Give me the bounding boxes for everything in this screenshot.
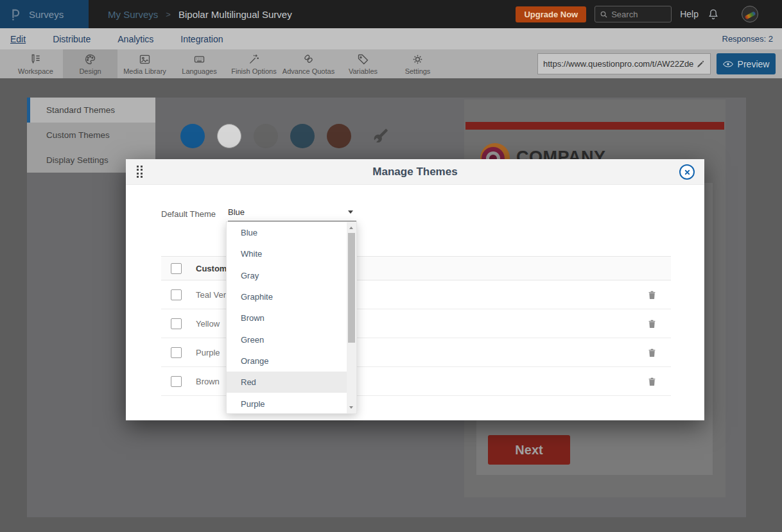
manage-themes-modal: Manage Themes Default Theme Blue Custom … — [126, 159, 704, 420]
theme-swatch-2[interactable] — [254, 124, 278, 148]
close-icon[interactable] — [679, 164, 695, 180]
theme-swatch-3[interactable] — [290, 124, 315, 148]
dropdown-option-orange[interactable]: Orange — [227, 350, 356, 372]
avatar[interactable] — [742, 6, 758, 22]
toolbar-item-label: Workspace — [18, 67, 53, 75]
toolbar-item-advance-quotas[interactable]: Advance Quotas — [281, 49, 336, 78]
theme-swatch-1[interactable] — [217, 124, 241, 148]
delete-trash-icon[interactable] — [647, 348, 657, 357]
palette-icon — [83, 53, 97, 66]
dropdown-option-gray[interactable]: Gray — [227, 265, 356, 286]
help-link[interactable]: Help — [680, 9, 699, 19]
nav-tabs: EditDistributeAnalyticsIntegration — [0, 34, 236, 44]
tab-distribute[interactable]: Distribute — [39, 34, 104, 44]
dropdown-option-white[interactable]: White — [227, 243, 356, 264]
toolbar-item-label: Finish Options — [231, 67, 276, 75]
dropdown-option-purple[interactable]: Purple — [227, 393, 356, 414]
toolbar-item-label: Media Library — [123, 67, 166, 75]
theme-name: Purple — [196, 348, 220, 357]
eye-icon — [723, 60, 733, 68]
responses-count[interactable]: Responses: 2 — [722, 34, 782, 44]
row-checkbox[interactable] — [171, 376, 182, 387]
wand-icon — [247, 53, 261, 66]
row-checkbox[interactable] — [171, 347, 182, 358]
select-all-checkbox[interactable] — [171, 263, 182, 274]
toolbar-item-label: Languages — [182, 67, 216, 75]
delete-trash-icon[interactable] — [647, 290, 657, 300]
delete-trash-icon[interactable] — [647, 319, 657, 329]
theme-name: Yellow — [196, 319, 220, 329]
search-icon — [600, 10, 608, 19]
dropdown-option-brown[interactable]: Brown — [227, 307, 356, 329]
edit-toolbar: WorkspaceDesignMedia LibraryLanguagesFin… — [0, 49, 782, 78]
modal-header: Manage Themes — [126, 159, 704, 185]
theme-swatches — [180, 124, 388, 148]
search-input[interactable] — [611, 10, 663, 19]
breadcrumb: My Surveys > Bipolar Multilingual Survey — [108, 9, 292, 20]
toolbar-item-workspace[interactable]: Workspace — [8, 49, 63, 78]
scroll-up-icon[interactable] — [349, 227, 353, 229]
toolbar-item-label: Advance Quotas — [282, 67, 335, 75]
theme-swatch-0[interactable] — [180, 124, 205, 148]
top-bar: Surveys My Surveys > Bipolar Multilingua… — [0, 0, 782, 28]
default-theme-value: Blue — [228, 207, 245, 217]
search-box[interactable] — [595, 6, 672, 22]
dropdown-scrollbar[interactable] — [347, 222, 356, 413]
tab-integration[interactable]: Integration — [167, 34, 236, 44]
breadcrumb-separator: > — [166, 10, 171, 19]
theme-swatch-4[interactable] — [327, 124, 351, 148]
product-name: Surveys — [29, 9, 64, 20]
row-checkbox[interactable] — [171, 318, 182, 329]
customize-wrench-icon[interactable] — [371, 128, 388, 145]
edit-url-pencil-icon[interactable] — [696, 60, 705, 69]
tab-edit[interactable]: Edit — [0, 34, 39, 44]
toolbar-item-finish-options[interactable]: Finish Options — [227, 49, 281, 78]
link-icon — [302, 53, 315, 66]
breadcrumb-current: Bipolar Multilingual Survey — [178, 9, 292, 20]
toolbar-item-label: Settings — [405, 67, 431, 75]
next-button[interactable]: Next — [488, 435, 570, 465]
drag-handle-icon[interactable] — [137, 166, 143, 178]
toolbar-item-media-library[interactable]: Media Library — [117, 49, 172, 78]
default-theme-select[interactable]: Blue — [228, 203, 356, 221]
scroll-down-icon[interactable] — [349, 406, 353, 409]
dropdown-option-blue[interactable]: Blue — [227, 222, 356, 243]
breadcrumb-parent-link[interactable]: My Surveys — [108, 9, 158, 20]
sidebar-item-standard-themes[interactable]: Standard Themes — [27, 98, 155, 123]
preview-label: Preview — [738, 59, 770, 69]
toolbar-item-settings[interactable]: Settings — [390, 49, 445, 78]
toolbar-item-languages[interactable]: Languages — [172, 49, 227, 78]
modal-title: Manage Themes — [126, 166, 704, 178]
survey-url-input[interactable] — [543, 59, 696, 69]
questionpro-logo-icon — [9, 7, 23, 21]
row-checkbox[interactable] — [171, 289, 182, 300]
delete-trash-icon[interactable] — [647, 377, 657, 386]
upgrade-now-button[interactable]: Upgrade Now — [516, 6, 586, 22]
keyboard-icon — [193, 53, 206, 66]
toolbar-item-label: Design — [79, 67, 101, 75]
preview-theme-bar — [465, 122, 724, 130]
toolbar-item-variables[interactable]: Variables — [336, 49, 390, 78]
dropdown-option-graphite[interactable]: Graphite — [227, 286, 356, 307]
scrollbar-thumb[interactable] — [348, 233, 355, 343]
select-caret-icon — [348, 210, 353, 214]
preview-button[interactable]: Preview — [717, 53, 776, 74]
toolbar-item-design[interactable]: Design — [63, 49, 117, 78]
survey-nav-bar: EditDistributeAnalyticsIntegration Respo… — [0, 28, 782, 49]
theme-name: Brown — [196, 377, 220, 386]
image-icon — [138, 53, 152, 66]
tag-icon — [356, 53, 370, 66]
notifications-bell-icon[interactable] — [707, 8, 720, 21]
dropdown-option-green[interactable]: Green — [227, 329, 356, 350]
sidebar-item-custom-themes[interactable]: Custom Themes — [27, 123, 155, 148]
product-switcher[interactable]: Surveys — [0, 0, 89, 28]
toolbar-item-label: Variables — [349, 67, 378, 75]
theme-dropdown-list: BlueWhiteGrayGraphiteBrownGreenOrangeRed… — [226, 221, 357, 414]
gear-icon — [411, 53, 424, 66]
survey-url-box[interactable] — [537, 53, 711, 74]
dropdown-option-red[interactable]: Red — [227, 372, 356, 393]
tab-analytics[interactable]: Analytics — [104, 34, 167, 44]
default-theme-label: Default Theme — [161, 209, 216, 219]
workspace-icon — [29, 53, 42, 66]
